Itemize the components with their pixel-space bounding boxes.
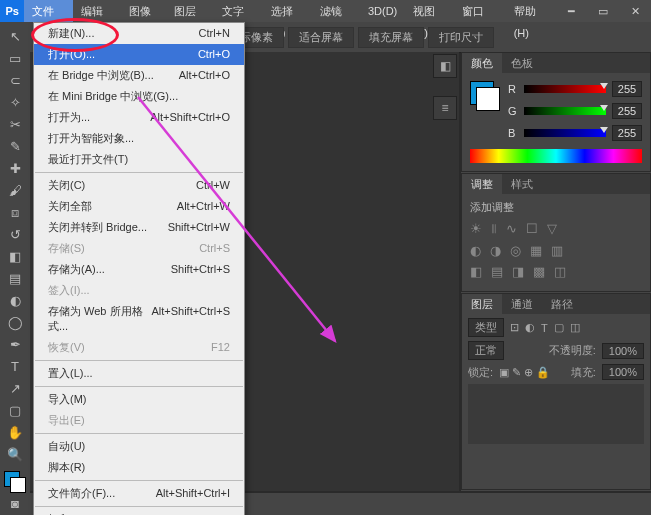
stamp-tool-icon[interactable]: ⧈ [3, 202, 27, 224]
menu-command[interactable]: 打印(P)...Ctrl+P [34, 509, 244, 515]
menu-command: 导出(E) [34, 410, 244, 431]
color-panel: 颜色色板 R255 G255 B255 [461, 52, 651, 172]
tab-color[interactable]: 颜色 [462, 53, 502, 73]
option-button[interactable]: 填充屏幕 [358, 27, 424, 48]
eraser-tool-icon[interactable]: ◧ [3, 246, 27, 268]
menu-item[interactable]: 图像(I) [121, 0, 166, 22]
adj-poster-icon[interactable]: ▤ [491, 264, 503, 279]
lasso-tool-icon[interactable]: ⊂ [3, 70, 27, 92]
menu-command[interactable]: 导入(M) [34, 389, 244, 410]
collapsed-dock: ◧ ≡ [431, 54, 459, 120]
menu-command[interactable]: 最近打开文件(T) [34, 149, 244, 170]
pen-tool-icon[interactable]: ✒ [3, 333, 27, 355]
maximize-icon[interactable]: ▭ [587, 0, 619, 22]
option-button[interactable]: 适合屏幕 [288, 27, 354, 48]
hand-tool-icon[interactable]: ✋ [3, 421, 27, 443]
adj-threshold-icon[interactable]: ◨ [512, 264, 524, 279]
r-slider[interactable] [524, 85, 606, 93]
adj-levels-icon[interactable]: ⫴ [491, 221, 497, 237]
foreground-background-swatch[interactable] [4, 471, 26, 493]
properties-panel-icon[interactable]: ≡ [433, 96, 457, 120]
menu-command[interactable]: 打开(O)...Ctrl+O [34, 44, 244, 65]
adj-invert-icon[interactable]: ◧ [470, 264, 482, 279]
adj-brightness-icon[interactable]: ☀ [470, 221, 482, 237]
opacity-value[interactable]: 100% [602, 343, 644, 359]
layer-filter-kind[interactable]: 类型 [468, 318, 504, 337]
close-icon[interactable]: ✕ [619, 0, 651, 22]
menu-item[interactable]: 滤镜(T) [312, 0, 360, 22]
adj-photo-icon[interactable]: ◎ [510, 243, 521, 258]
menu-command[interactable]: 存储为(A)...Shift+Ctrl+S [34, 259, 244, 280]
adj-hue-icon[interactable]: ◐ [470, 243, 481, 258]
wand-tool-icon[interactable]: ✧ [3, 92, 27, 114]
color-swatch[interactable] [470, 81, 500, 111]
heal-tool-icon[interactable]: ✚ [3, 158, 27, 180]
adj-bw-icon[interactable]: ◑ [490, 243, 501, 258]
shape-tool-icon[interactable]: ▢ [3, 399, 27, 421]
menu-command[interactable]: 关闭(C)Ctrl+W [34, 175, 244, 196]
menu-command[interactable]: 置入(L)... [34, 363, 244, 384]
option-button[interactable]: 打印尺寸 [428, 27, 494, 48]
quickmask-icon[interactable]: ◙ [3, 493, 27, 515]
r-label: R [508, 83, 518, 95]
menu-command[interactable]: 关闭并转到 Bridge...Shift+Ctrl+W [34, 217, 244, 238]
menu-command[interactable]: 自动(U) [34, 436, 244, 457]
tab-styles[interactable]: 样式 [502, 174, 542, 194]
tab-paths[interactable]: 路径 [542, 294, 582, 314]
adj-lookup-icon[interactable]: ▥ [551, 243, 563, 258]
menu-item[interactable]: 视图(V) [405, 0, 454, 22]
color-spectrum[interactable] [470, 149, 642, 163]
tab-channels[interactable]: 通道 [502, 294, 542, 314]
menu-item[interactable]: 编辑(E) [73, 0, 122, 22]
g-slider[interactable] [524, 107, 606, 115]
b-value[interactable]: 255 [612, 125, 642, 141]
blend-mode-select[interactable]: 正常 [468, 341, 504, 360]
adj-exposure-icon[interactable]: ☐ [526, 221, 538, 237]
fill-value[interactable]: 100% [602, 364, 644, 380]
menu-command[interactable]: 打开为...Alt+Shift+Ctrl+O [34, 107, 244, 128]
adj-vibrance-icon[interactable]: ▽ [547, 221, 557, 237]
dodge-tool-icon[interactable]: ◯ [3, 311, 27, 333]
adjustments-panel: 调整样式 添加调整 ☀⫴∿☐▽ ◐◑◎▦▥ ◧▤◨▩◫ [461, 173, 651, 292]
adj-select-icon[interactable]: ◫ [554, 264, 566, 279]
b-slider[interactable] [524, 129, 606, 137]
r-value[interactable]: 255 [612, 81, 642, 97]
tab-swatches[interactable]: 色板 [502, 53, 542, 73]
history-brush-icon[interactable]: ↺ [3, 224, 27, 246]
menu-item[interactable]: 3D(D) [360, 0, 405, 22]
menu-command[interactable]: 存储为 Web 所用格式...Alt+Shift+Ctrl+S [34, 301, 244, 337]
menu-command[interactable]: 新建(N)...Ctrl+N [34, 23, 244, 44]
menu-bar: Ps 文件(F)编辑(E)图像(I)图层(L)文字(Y)选择(S)滤镜(T)3D… [0, 0, 651, 22]
menu-item[interactable]: 窗口(W) [454, 0, 506, 22]
zoom-tool-icon[interactable]: 🔍 [3, 443, 27, 465]
minimize-icon[interactable]: ━ [555, 0, 587, 22]
tab-layers[interactable]: 图层 [462, 294, 502, 314]
crop-tool-icon[interactable]: ✂ [3, 114, 27, 136]
tab-adjustments[interactable]: 调整 [462, 174, 502, 194]
gradient-tool-icon[interactable]: ▤ [3, 267, 27, 289]
menu-command[interactable]: 在 Bridge 中浏览(B)...Alt+Ctrl+O [34, 65, 244, 86]
menu-item[interactable]: 选择(S) [263, 0, 312, 22]
menu-command[interactable]: 文件简介(F)...Alt+Shift+Ctrl+I [34, 483, 244, 504]
adj-mixer-icon[interactable]: ▦ [530, 243, 542, 258]
eyedropper-tool-icon[interactable]: ✎ [3, 136, 27, 158]
menu-item[interactable]: 文字(Y) [214, 0, 263, 22]
blur-tool-icon[interactable]: ◐ [3, 289, 27, 311]
menu-command: 恢复(V)F12 [34, 337, 244, 358]
menu-item[interactable]: 帮助(H) [506, 0, 555, 22]
marquee-tool-icon[interactable]: ▭ [3, 48, 27, 70]
adj-curves-icon[interactable]: ∿ [506, 221, 517, 237]
menu-item[interactable]: 文件(F) [24, 0, 72, 22]
menu-command[interactable]: 在 Mini Bridge 中浏览(G)... [34, 86, 244, 107]
g-value[interactable]: 255 [612, 103, 642, 119]
menu-command[interactable]: 关闭全部Alt+Ctrl+W [34, 196, 244, 217]
brush-tool-icon[interactable]: 🖌 [3, 180, 27, 202]
menu-command[interactable]: 打开为智能对象... [34, 128, 244, 149]
history-panel-icon[interactable]: ◧ [433, 54, 457, 78]
move-tool-icon[interactable]: ↖ [3, 26, 27, 48]
menu-item[interactable]: 图层(L) [166, 0, 214, 22]
type-tool-icon[interactable]: T [3, 355, 27, 377]
menu-command[interactable]: 脚本(R) [34, 457, 244, 478]
adj-map-icon[interactable]: ▩ [533, 264, 545, 279]
path-tool-icon[interactable]: ↗ [3, 377, 27, 399]
